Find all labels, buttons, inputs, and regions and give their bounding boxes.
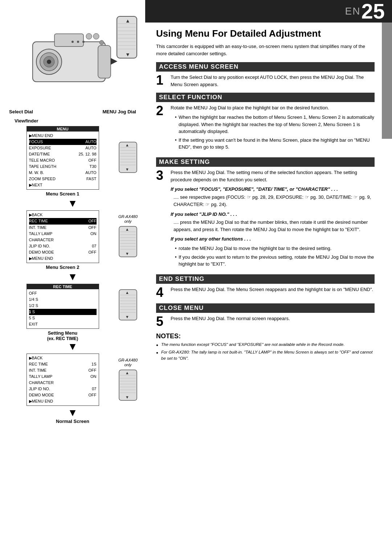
svg-text:▲: ▲ bbox=[125, 290, 129, 295]
menu-row: INT. TIMEOFF bbox=[29, 225, 97, 231]
camera-image: ▶ bbox=[25, 20, 120, 93]
step-3-text: Press the MENU Jog Dial. The setting men… bbox=[171, 170, 357, 182]
svg-text:▼: ▼ bbox=[125, 315, 129, 319]
menu-row: ▶BACK bbox=[29, 355, 97, 361]
menu-row-rectime: REC TIMEOFF bbox=[29, 218, 97, 224]
menu-row: DEMO MODEOFF bbox=[29, 249, 97, 255]
sub-text-1: .... see respective pages (FOCUS: ☞ pg. … bbox=[173, 194, 375, 208]
section-header-access: ACCESS MENU SCREEN bbox=[156, 62, 375, 72]
normal-screen-label: Normal Screen bbox=[0, 419, 145, 424]
jog-dial-icon-2: ▲ ▼ bbox=[118, 225, 138, 258]
header-bar: EN 25 bbox=[145, 0, 392, 23]
bullet-item: If the setting you want can't be found i… bbox=[175, 137, 375, 151]
menu-screen-1-label: Menu Screen 1 bbox=[11, 191, 114, 197]
section-header-select: SELECT FUNCTION bbox=[156, 93, 375, 102]
step-number-3: 3 bbox=[156, 169, 167, 182]
menu-row: M. W. B.AUTO bbox=[29, 170, 97, 176]
menu-row: 5 S bbox=[29, 315, 97, 321]
menu-jog-dial-image: ▲ ▼ bbox=[115, 15, 139, 63]
step-number-2: 2 bbox=[156, 104, 167, 117]
step-1: 1 Turn the Select Dial to any position e… bbox=[156, 74, 375, 88]
svg-rect-5 bbox=[54, 34, 83, 47]
menu-row: CHARACTER bbox=[29, 380, 97, 386]
step-5: 5 Press the MENU Jog Dial. The normal sc… bbox=[156, 315, 375, 328]
menu-row-focus: FOCUSAUTO bbox=[29, 139, 97, 145]
menu-body-2: ▶BACK REC TIMEOFF INT. TIMEOFF TALLY LAM… bbox=[27, 211, 99, 262]
menu-row: EXPOSUREAUTO bbox=[29, 145, 97, 151]
menu-row: REC TIME1S bbox=[29, 361, 97, 367]
svg-point-11 bbox=[77, 41, 79, 43]
sub-header-3: If you select any other functions . . . bbox=[171, 235, 375, 243]
step-3-bullets: rotate the MENU Jog Dial to move the hig… bbox=[175, 245, 375, 268]
camera-area: ▶ ▲ ▼ bbox=[0, 0, 145, 113]
menu-row: JLIP ID NO.07 bbox=[29, 243, 97, 249]
viewfinder-label: Viewfinder bbox=[15, 118, 145, 124]
step-number-4: 4 bbox=[156, 286, 167, 299]
menu-row: DATE/TIME25. 12. 98 bbox=[29, 151, 97, 157]
menu-row: TALLY LAMPON bbox=[29, 231, 97, 237]
notes-section: NOTES: The menu function except "FOCUS" … bbox=[156, 332, 375, 362]
notes-item-1: The menu function except "FOCUS" and "EX… bbox=[156, 342, 375, 348]
svg-point-6 bbox=[86, 33, 92, 39]
sub-text-2: .... press the MENU Jog Dial so that the… bbox=[173, 219, 375, 233]
menu-row: 1/2 S bbox=[29, 303, 97, 309]
en-label: EN bbox=[345, 5, 361, 17]
step-number-1: 1 bbox=[156, 74, 167, 87]
setting-menu-sublabel: (ex. REC TIME) bbox=[11, 336, 114, 341]
menu-screen-1: MENU ▶MENU END FOCUSAUTO EXPOSUREAUTO DA… bbox=[26, 126, 99, 190]
step-content-3: Press the MENU Jog Dial. The setting men… bbox=[171, 169, 375, 270]
svg-point-10 bbox=[72, 41, 74, 43]
step-3-sub-items: If you select "FOCUS", "EXPOSURE", "DATE… bbox=[171, 186, 375, 267]
menu-row: CHARACTER bbox=[29, 237, 97, 243]
arrow-down-2: ▼ bbox=[0, 272, 145, 282]
menu-header-1: MENU bbox=[27, 126, 99, 132]
svg-point-12 bbox=[82, 41, 85, 43]
menu-screen-2: ▶BACK REC TIMEOFF INT. TIMEOFF TALLY LAM… bbox=[26, 210, 99, 263]
menu-row: INT. TIMEOFF bbox=[29, 367, 97, 374]
notes-item-2: For GR-AX280: The tally lamp is not buil… bbox=[156, 349, 375, 362]
svg-rect-9 bbox=[98, 45, 111, 78]
gr-ax480-label-1: GR-AX480 only bbox=[114, 214, 142, 224]
step-3: 3 Press the MENU Jog Dial. The setting m… bbox=[156, 169, 375, 270]
menu-row: ZOOM SPEEDFAST bbox=[29, 176, 97, 182]
side-tab bbox=[382, 23, 392, 139]
setting-menu-label: Setting Menu bbox=[11, 330, 114, 336]
left-column: ▶ ▲ ▼ Select Dial bbox=[0, 0, 145, 427]
step-2: 2 Rotate the MENU Jog Dial to place the … bbox=[156, 104, 375, 153]
page-number: 25 bbox=[361, 1, 385, 22]
svg-point-7 bbox=[93, 33, 99, 39]
gr-ax480-label-2: GR-AX480 only bbox=[114, 358, 142, 367]
menu-screen-3: ▶BACK REC TIME1S INT. TIMEOFF TALLY LAMP… bbox=[26, 354, 99, 406]
section-header-close: CLOSE MENU bbox=[156, 303, 375, 313]
menu-row: TELE MACROOFF bbox=[29, 157, 97, 164]
step-content-5: Press the MENU Jog Dial. The normal scre… bbox=[171, 315, 375, 322]
menu-row: ▶MENU END bbox=[29, 133, 97, 139]
setting-menu-body: OFF 1/4 S 1/2 S 1 S 5 S EXIT bbox=[27, 289, 99, 328]
menu-row: ▶MENU END bbox=[29, 255, 97, 262]
step-2-text: Rotate the MENU Jog Dial to place the hi… bbox=[171, 105, 329, 110]
menu-row: ▶MENU END bbox=[29, 398, 97, 404]
svg-text:▼: ▼ bbox=[125, 251, 129, 256]
arrow-down-3: ▼ bbox=[0, 342, 145, 352]
jog-dial-icon-4: ▲ ▼ bbox=[118, 369, 138, 401]
page-title: Using Menu For Detailed Adjustment bbox=[156, 28, 375, 39]
menu-row: 1/4 S bbox=[29, 296, 97, 303]
menu-row: DEMO MODEOFF bbox=[29, 392, 97, 398]
setting-menu: REC TIME OFF 1/4 S 1/2 S 1 S 5 S EXIT bbox=[26, 284, 99, 329]
svg-text:▼: ▼ bbox=[125, 52, 130, 57]
svg-text:▲: ▲ bbox=[125, 143, 129, 147]
step-4: 4 Press the MENU Jog Dial. The Menu Scre… bbox=[156, 286, 375, 299]
bullet-item: If you decide you want to return to the … bbox=[175, 254, 375, 268]
menu-row: TAPE LENGTHT30 bbox=[29, 164, 97, 170]
step-2-bullets: When the highlight bar reaches the botto… bbox=[175, 114, 375, 151]
bullet-item: rotate the MENU Jog Dial to move the hig… bbox=[175, 245, 375, 252]
section-header-make: MAKE SETTING bbox=[156, 157, 375, 167]
arrow-down-1: ▼ bbox=[0, 198, 145, 209]
menu-row-exit: EXIT bbox=[29, 321, 97, 327]
menu-row: ▶BACK bbox=[29, 212, 97, 218]
menu-body-3: ▶BACK REC TIME1S INT. TIMEOFF TALLY LAMP… bbox=[27, 354, 99, 405]
notes-header: NOTES: bbox=[156, 332, 375, 340]
step-content-2: Rotate the MENU Jog Dial to place the hi… bbox=[171, 104, 375, 153]
menu-screen-2-label: Menu Screen 2 bbox=[11, 265, 114, 270]
right-column: Using Menu For Detailed Adjustment This … bbox=[145, 23, 382, 368]
